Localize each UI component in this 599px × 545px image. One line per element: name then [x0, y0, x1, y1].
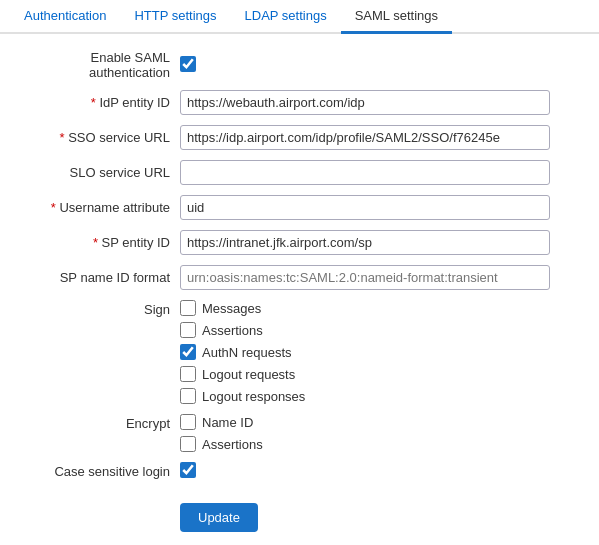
case-sensitive-value: [180, 462, 579, 481]
sign-label: Sign: [20, 300, 180, 317]
sso-service-url-row: SSO service URL: [20, 125, 579, 150]
slo-service-url-value: [180, 160, 579, 185]
sp-name-id-format-value: [180, 265, 579, 290]
idp-entity-id-input[interactable]: [180, 90, 550, 115]
slo-service-url-row: SLO service URL: [20, 160, 579, 185]
idp-entity-id-row: IdP entity ID: [20, 90, 579, 115]
idp-entity-id-label: IdP entity ID: [20, 95, 180, 110]
sign-logout-req-row: Logout requests: [180, 366, 579, 382]
sign-authn-row: AuthN requests: [180, 344, 579, 360]
sign-messages-checkbox[interactable]: [180, 300, 196, 316]
sp-name-id-format-label: SP name ID format: [20, 270, 180, 285]
slo-service-url-label: SLO service URL: [20, 165, 180, 180]
sp-name-id-format-input[interactable]: [180, 265, 550, 290]
sign-assertions-checkbox[interactable]: [180, 322, 196, 338]
slo-service-url-input[interactable]: [180, 160, 550, 185]
encrypt-assertions-checkbox[interactable]: [180, 436, 196, 452]
sp-entity-id-label: SP entity ID: [20, 235, 180, 250]
sign-logout-req-checkbox[interactable]: [180, 366, 196, 382]
username-attribute-value: [180, 195, 579, 220]
sp-entity-id-value: [180, 230, 579, 255]
encrypt-row: Encrypt Name ID Assertions: [20, 414, 579, 452]
sign-messages-row: Messages: [180, 300, 579, 316]
encrypt-options: Name ID Assertions: [180, 414, 579, 452]
sso-service-url-input[interactable]: [180, 125, 550, 150]
encrypt-nameid-label: Name ID: [202, 415, 253, 430]
enable-saml-label: Enable SAML authentication: [20, 50, 180, 80]
sign-assertions-row: Assertions: [180, 322, 579, 338]
enable-saml-checkbox[interactable]: [180, 56, 196, 72]
sp-name-id-format-row: SP name ID format: [20, 265, 579, 290]
sign-messages-label: Messages: [202, 301, 261, 316]
case-sensitive-checkbox[interactable]: [180, 462, 196, 478]
username-attribute-input[interactable]: [180, 195, 550, 220]
sp-entity-id-input[interactable]: [180, 230, 550, 255]
sign-logout-req-label: Logout requests: [202, 367, 295, 382]
sign-logout-resp-checkbox[interactable]: [180, 388, 196, 404]
sign-authn-checkbox[interactable]: [180, 344, 196, 360]
idp-entity-id-value: [180, 90, 579, 115]
encrypt-nameid-row: Name ID: [180, 414, 579, 430]
sign-checkbox-group: Messages Assertions AuthN requests Logou…: [180, 300, 579, 404]
saml-settings-form: Enable SAML authentication IdP entity ID…: [0, 34, 599, 545]
sign-options: Messages Assertions AuthN requests Logou…: [180, 300, 579, 404]
tab-ldap-settings[interactable]: LDAP settings: [231, 0, 341, 32]
sign-logout-resp-row: Logout responses: [180, 388, 579, 404]
case-sensitive-label: Case sensitive login: [20, 464, 180, 479]
sign-authn-label: AuthN requests: [202, 345, 292, 360]
username-attribute-row: Username attribute: [20, 195, 579, 220]
tab-authentication[interactable]: Authentication: [10, 0, 120, 32]
sign-logout-resp-label: Logout responses: [202, 389, 305, 404]
update-button-container: Update: [20, 495, 579, 532]
sign-row: Sign Messages Assertions AuthN requests …: [20, 300, 579, 404]
sp-entity-id-row: SP entity ID: [20, 230, 579, 255]
enable-saml-value: [180, 56, 579, 75]
encrypt-assertions-row: Assertions: [180, 436, 579, 452]
case-sensitive-row: Case sensitive login: [20, 462, 579, 481]
sign-assertions-label: Assertions: [202, 323, 263, 338]
tab-http-settings[interactable]: HTTP settings: [120, 0, 230, 32]
sso-service-url-label: SSO service URL: [20, 130, 180, 145]
encrypt-nameid-checkbox[interactable]: [180, 414, 196, 430]
encrypt-checkbox-group: Name ID Assertions: [180, 414, 579, 452]
update-button[interactable]: Update: [180, 503, 258, 532]
encrypt-label: Encrypt: [20, 414, 180, 431]
tab-bar: Authentication HTTP settings LDAP settin…: [0, 0, 599, 34]
tab-saml-settings[interactable]: SAML settings: [341, 0, 452, 34]
enable-saml-row: Enable SAML authentication: [20, 50, 579, 80]
username-attribute-label: Username attribute: [20, 200, 180, 215]
sso-service-url-value: [180, 125, 579, 150]
encrypt-assertions-label: Assertions: [202, 437, 263, 452]
